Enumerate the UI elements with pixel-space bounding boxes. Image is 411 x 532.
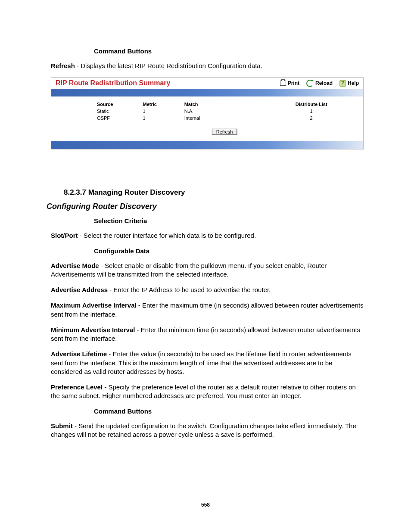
cell-source: Static: [94, 108, 140, 115]
panel-top-bar: [51, 89, 363, 96]
panel-bottom-bar: [51, 141, 363, 149]
page-number: 558: [0, 502, 411, 508]
col-match: Match: [182, 101, 268, 108]
max-interval-term: Maximum Advertise Interval: [51, 302, 137, 309]
advertise-address-text: - Enter the IP Address to be used to adv…: [108, 286, 271, 293]
table-row: Static 1 N.A. 1: [94, 108, 355, 115]
help-icon: [339, 80, 346, 87]
print-icon: [280, 81, 286, 86]
preference-level-para: Preference Level - Specify the preferenc…: [51, 383, 364, 401]
cell-match: Internal: [182, 115, 268, 121]
refresh-term: Refresh: [51, 62, 75, 69]
cell-metric: 1: [140, 115, 182, 121]
slotport-text: - Select the router interface for which …: [78, 232, 256, 239]
advertise-lifetime-para: Advertise Lifetime - Enter the value (in…: [51, 350, 364, 376]
print-label: Print: [288, 80, 299, 86]
advertise-mode-para: Advertise Mode - Select enable or disabl…: [51, 261, 364, 279]
preference-level-term: Preference Level: [51, 383, 103, 391]
section-number-title: 8.2.3.7 Managing Router Discovery: [64, 188, 364, 197]
advertise-lifetime-term: Advertise Lifetime: [51, 350, 107, 358]
cell-match: N.A.: [182, 108, 268, 115]
rip-summary-panel: RIP Route Redistribution Summary Print R…: [51, 77, 364, 149]
max-interval-para: Maximum Advertise Interval - Enter the m…: [51, 301, 364, 319]
min-interval-para: Minimum Advertise Interval - Enter the m…: [51, 326, 364, 343]
slotport-para: Slot/Port - Select the router interface …: [51, 231, 364, 240]
refresh-text: - Displays the latest RIP Route Redistri…: [75, 62, 262, 69]
refresh-description: Refresh - Displays the latest RIP Route …: [51, 62, 364, 70]
slotport-term: Slot/Port: [51, 232, 78, 239]
table-row: OSPF 1 Internal 2: [94, 115, 355, 121]
print-button[interactable]: Print: [280, 80, 299, 86]
min-interval-term: Minimum Advertise Interval: [51, 326, 135, 333]
panel-title: RIP Route Redistribution Summary: [56, 79, 170, 87]
submit-para: Submit - Send the updated configuration …: [51, 422, 364, 439]
cell-distribute: 1: [268, 108, 355, 115]
panel-header: RIP Route Redistribution Summary Print R…: [51, 78, 363, 89]
reload-button[interactable]: Reload: [306, 80, 333, 87]
section-subtitle: Configuring Router Discovery: [47, 202, 364, 211]
command-buttons-2-heading: Command Buttons: [94, 408, 364, 415]
submit-term: Submit: [51, 422, 73, 429]
reload-label: Reload: [315, 80, 333, 86]
advertise-address-para: Advertise Address - Enter the IP Address…: [51, 286, 364, 294]
cell-source: OSPF: [94, 115, 140, 121]
help-label: Help: [348, 80, 359, 86]
reload-icon: [306, 80, 314, 87]
help-button[interactable]: Help: [339, 80, 359, 87]
command-buttons-heading: Command Buttons: [94, 47, 364, 55]
rip-summary-table: Source Metric Match Distribute List Stat…: [94, 101, 355, 121]
col-source: Source: [94, 101, 140, 108]
advertise-mode-term: Advertise Mode: [51, 262, 99, 269]
cell-distribute: 2: [268, 115, 355, 121]
col-distribute: Distribute List: [268, 101, 355, 108]
advertise-address-term: Advertise Address: [51, 286, 108, 293]
submit-text: - Send the updated configuration to the …: [51, 422, 356, 438]
col-metric: Metric: [140, 101, 182, 108]
configurable-data-heading: Configurable Data: [94, 247, 364, 255]
selection-criteria-heading: Selection Criteria: [94, 217, 364, 224]
refresh-button[interactable]: Refresh: [212, 128, 238, 135]
cell-metric: 1: [140, 108, 182, 115]
